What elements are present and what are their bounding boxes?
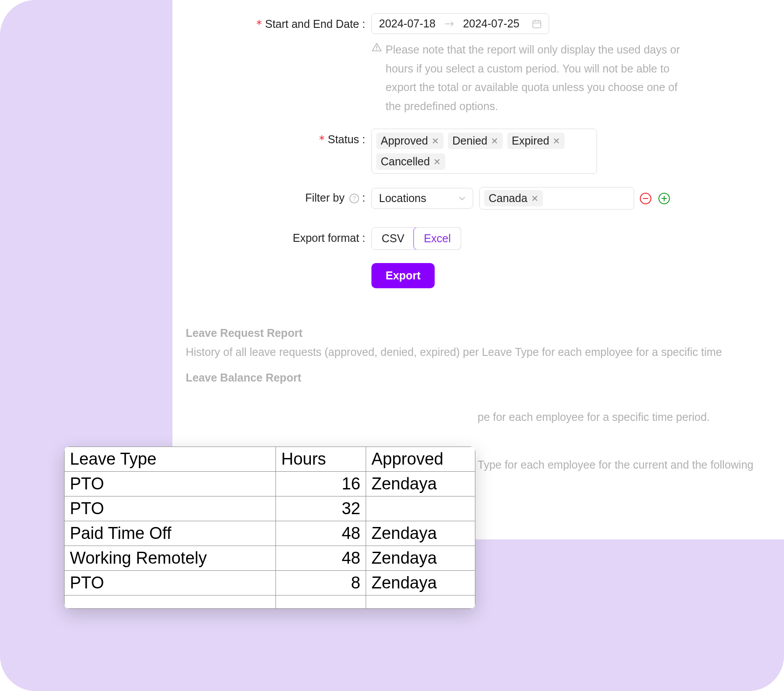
format-label-text: Export format — [293, 232, 359, 244]
cell-leave-type: Paid Time Off — [65, 521, 276, 546]
date-hint-text: Please note that the report will only di… — [386, 40, 690, 115]
format-segmented: CSV Excel — [371, 227, 461, 250]
cell-hours: 32 — [276, 496, 366, 521]
cell-leave-type: Working Remotely — [65, 546, 276, 571]
report-preview-table: Leave Type Hours Approved PTO 16 Zendaya… — [64, 447, 475, 609]
row-export: Export — [186, 263, 784, 288]
close-icon[interactable]: ✕ — [491, 137, 498, 145]
label-spacer — [186, 263, 371, 267]
svg-point-1 — [376, 49, 377, 50]
calendar-icon — [532, 19, 542, 29]
format-csv-button[interactable]: CSV — [372, 228, 414, 249]
status-tag-cancelled[interactable]: Cancelled✕ — [376, 153, 445, 170]
close-icon[interactable]: ✕ — [433, 157, 441, 166]
cell-hours: 48 — [276, 521, 366, 546]
label-filter: Filter by ? : — [186, 187, 371, 204]
date-label-text: Start and End Date — [265, 18, 359, 30]
filter-select-value: Locations — [379, 192, 426, 205]
tag-label: Cancelled — [381, 155, 430, 168]
cell-leave-type: PTO — [65, 571, 276, 596]
filter-label-text: Filter by — [305, 191, 344, 204]
warning-icon — [371, 42, 382, 115]
cell-approved — [366, 496, 475, 521]
export-button[interactable]: Export — [371, 263, 435, 288]
filter-value-select[interactable]: Canada✕ — [479, 187, 634, 210]
cell-hours: 8 — [276, 571, 366, 596]
row-format: Export format : CSV Excel — [186, 227, 784, 250]
cell-hours: 48 — [276, 546, 366, 571]
status-tag-select[interactable]: Approved✕ Denied✕ Expired✕ Cancelled✕ — [371, 129, 597, 174]
cell-hours — [276, 596, 366, 609]
filter-tag-canada[interactable]: Canada✕ — [484, 190, 543, 206]
col-leave-type: Leave Type — [65, 447, 276, 472]
row-date: *Start and End Date : 2024-07-18 2024-07… — [186, 13, 784, 115]
cell-leave-type: PTO — [65, 472, 276, 496]
cell-approved: Zendaya — [366, 521, 475, 546]
report-desc-1: History of all leave requests (approved,… — [186, 343, 784, 362]
control-status: Approved✕ Denied✕ Expired✕ Cancelled✕ — [371, 129, 784, 174]
cell-leave-type: PTO — [65, 496, 276, 521]
table-row: PTO 16 Zendaya — [65, 472, 475, 496]
add-filter-button[interactable] — [657, 191, 671, 206]
table-row: PTO 8 Zendaya — [65, 571, 475, 596]
status-tag-approved[interactable]: Approved✕ — [376, 133, 444, 149]
table-header-row: Leave Type Hours Approved — [65, 447, 475, 472]
close-icon[interactable]: ✕ — [432, 137, 439, 145]
date-hint: Please note that the report will only di… — [371, 40, 690, 115]
label-format: Export format : — [186, 227, 371, 244]
filter-type-select[interactable]: Locations — [371, 188, 473, 209]
table-row: Working Remotely 48 Zendaya — [65, 546, 475, 571]
help-icon[interactable]: ? — [349, 194, 359, 203]
row-status: *Status : Approved✕ Denied✕ Expired✕ Can… — [186, 129, 784, 174]
table-row: PTO 32 — [65, 496, 475, 521]
cell-approved: Zendaya — [366, 472, 475, 496]
col-hours: Hours — [276, 447, 366, 472]
label-date: *Start and End Date : — [186, 13, 371, 31]
col-approved: Approved — [366, 447, 475, 472]
required-star: * — [256, 18, 262, 31]
start-date-value: 2024-07-18 — [379, 17, 436, 30]
format-excel-button[interactable]: Excel — [413, 227, 461, 250]
end-date-value: 2024-07-25 — [463, 17, 520, 30]
chevron-down-icon — [459, 196, 466, 201]
status-tag-denied[interactable]: Denied✕ — [448, 133, 503, 149]
status-label-text: Status — [328, 133, 359, 145]
cell-approved: Zendaya — [366, 546, 475, 571]
report-form: *Start and End Date : 2024-07-18 2024-07… — [186, 13, 784, 474]
tag-label: Canada — [489, 192, 528, 205]
tag-label: Denied — [452, 134, 487, 147]
control-format: CSV Excel — [371, 227, 784, 250]
tag-label: Approved — [381, 134, 428, 147]
tag-label: Expired — [512, 134, 549, 147]
report-title-1: Leave Request Report — [186, 324, 784, 343]
control-filter: Locations Canada✕ — [371, 187, 784, 210]
control-date: 2024-07-18 2024-07-25 Please note that t… — [371, 13, 784, 115]
date-range-picker[interactable]: 2024-07-18 2024-07-25 — [371, 13, 549, 34]
control-export: Export — [371, 263, 784, 288]
close-icon[interactable]: ✕ — [531, 194, 539, 203]
status-tag-expired[interactable]: Expired✕ — [507, 133, 565, 149]
remove-filter-button[interactable] — [639, 191, 653, 206]
close-icon[interactable]: ✕ — [553, 137, 560, 145]
row-filter: Filter by ? : Locations Canada✕ — [186, 187, 784, 210]
report-title-2: Leave Balance Report — [186, 368, 784, 387]
svg-rect-0 — [533, 21, 541, 28]
preview-table: Leave Type Hours Approved PTO 16 Zendaya… — [64, 447, 475, 609]
table-row: Paid Time Off 48 Zendaya — [65, 521, 475, 546]
label-status: *Status : — [186, 129, 371, 146]
required-star: * — [318, 133, 325, 146]
cell-hours: 16 — [276, 472, 366, 496]
cell-approved: Zendaya — [366, 571, 475, 596]
cell-approved — [366, 596, 475, 609]
report-desc-2-fragment: pe for each employee for a specific time… — [186, 408, 784, 427]
date-arrow-icon — [444, 21, 454, 27]
table-row — [65, 596, 475, 609]
cell-leave-type — [65, 596, 276, 609]
